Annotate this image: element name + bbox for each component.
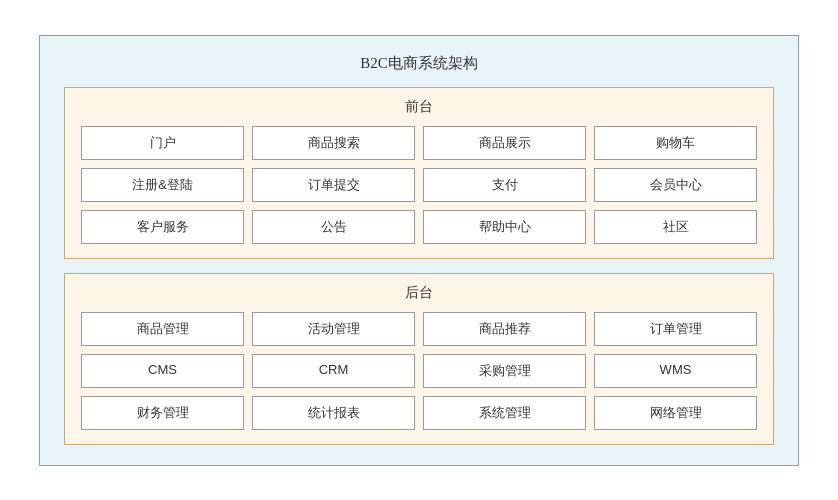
backend-cell-0-1: 活动管理 (252, 312, 415, 346)
frontend-cell-0-2: 商品展示 (423, 126, 586, 160)
frontend-cell-1-3: 会员中心 (594, 168, 757, 202)
backend-cell-2-0: 财务管理 (81, 396, 244, 430)
backend-cell-0-0: 商品管理 (81, 312, 244, 346)
backend-title: 后台 (81, 284, 757, 302)
backend-grid: 商品管理活动管理商品推荐订单管理CMSCRM采购管理WMS财务管理统计报表系统管… (81, 312, 757, 430)
backend-cell-1-2: 采购管理 (423, 354, 586, 388)
backend-section: 后台 商品管理活动管理商品推荐订单管理CMSCRM采购管理WMS财务管理统计报表… (64, 273, 774, 445)
frontend-cell-0-3: 购物车 (594, 126, 757, 160)
frontend-grid: 门户商品搜索商品展示购物车注册&登陆订单提交支付会员中心客户服务公告帮助中心社区 (81, 126, 757, 244)
frontend-cell-2-0: 客户服务 (81, 210, 244, 244)
backend-cell-0-2: 商品推荐 (423, 312, 586, 346)
backend-cell-1-0: CMS (81, 354, 244, 388)
frontend-section: 前台 门户商品搜索商品展示购物车注册&登陆订单提交支付会员中心客户服务公告帮助中… (64, 87, 774, 259)
outer-title: B2C电商系统架构 (64, 54, 774, 73)
frontend-title: 前台 (81, 98, 757, 116)
frontend-cell-2-2: 帮助中心 (423, 210, 586, 244)
frontend-cell-2-3: 社区 (594, 210, 757, 244)
backend-cell-2-1: 统计报表 (252, 396, 415, 430)
frontend-cell-2-1: 公告 (252, 210, 415, 244)
frontend-cell-1-2: 支付 (423, 168, 586, 202)
outer-container: B2C电商系统架构 前台 门户商品搜索商品展示购物车注册&登陆订单提交支付会员中… (39, 35, 799, 466)
backend-cell-1-3: WMS (594, 354, 757, 388)
backend-cell-2-2: 系统管理 (423, 396, 586, 430)
backend-cell-0-3: 订单管理 (594, 312, 757, 346)
backend-cell-2-3: 网络管理 (594, 396, 757, 430)
backend-cell-1-1: CRM (252, 354, 415, 388)
frontend-cell-0-1: 商品搜索 (252, 126, 415, 160)
frontend-cell-0-0: 门户 (81, 126, 244, 160)
frontend-cell-1-0: 注册&登陆 (81, 168, 244, 202)
frontend-cell-1-1: 订单提交 (252, 168, 415, 202)
